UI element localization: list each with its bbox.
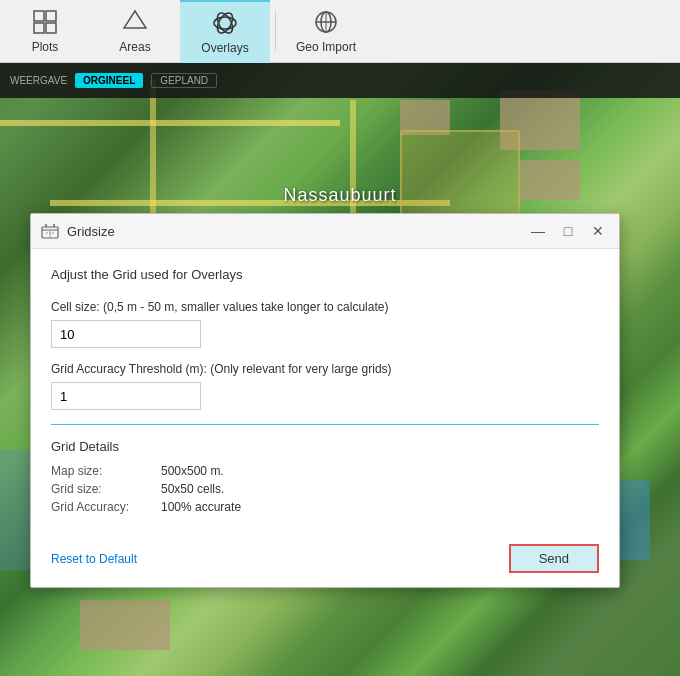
accuracy-input[interactable]	[51, 382, 201, 410]
accuracy-label: Grid Accuracy Threshold (m): (Only relev…	[51, 362, 599, 376]
dialog-title-icon	[41, 222, 59, 240]
grid-details-title: Grid Details	[51, 439, 599, 454]
grid-row-grid-size: Grid size: 50x50 cells.	[51, 482, 599, 496]
geo-import-icon	[312, 8, 340, 36]
cell-size-label: Cell size: (0,5 m - 50 m, smaller values…	[51, 300, 599, 314]
dialog-maximize-btn[interactable]: □	[557, 220, 579, 242]
accuracy-group: Grid Accuracy Threshold (m): (Only relev…	[51, 362, 599, 410]
map-size-label: Map size:	[51, 464, 161, 478]
send-button[interactable]: Send	[509, 544, 599, 573]
grid-accuracy-value: 100% accurate	[161, 500, 241, 514]
grid-size-label: Grid size:	[51, 482, 161, 496]
dialog-minimize-btn[interactable]: —	[527, 220, 549, 242]
areas-icon	[121, 8, 149, 36]
dialog-overlay: Gridsize — □ ✕ Adjust the Grid used for …	[0, 63, 680, 676]
cell-size-group: Cell size: (0,5 m - 50 m, smaller values…	[51, 300, 599, 348]
dialog-close-btn[interactable]: ✕	[587, 220, 609, 242]
dialog-title-left: Gridsize	[41, 222, 115, 240]
dialog-body: Adjust the Grid used for Overlays Cell s…	[31, 249, 619, 534]
dialog-divider	[51, 424, 599, 425]
plots-label: Plots	[32, 40, 59, 54]
grid-accuracy-label: Grid Accuracy:	[51, 500, 161, 514]
reset-to-default-link[interactable]: Reset to Default	[51, 552, 137, 566]
map-size-value: 500x500 m.	[161, 464, 224, 478]
grid-size-value: 50x50 cells.	[161, 482, 224, 496]
dialog-footer: Reset to Default Send	[31, 534, 619, 587]
svg-rect-1	[46, 11, 56, 21]
gridsize-dialog: Gridsize — □ ✕ Adjust the Grid used for …	[30, 213, 620, 588]
toolbar-item-geo-import[interactable]: Geo Import	[281, 0, 371, 63]
svg-point-7	[214, 10, 235, 35]
svg-marker-4	[124, 11, 146, 28]
cell-size-input[interactable]	[51, 320, 201, 348]
grid-row-map-size: Map size: 500x500 m.	[51, 464, 599, 478]
dialog-controls: — □ ✕	[527, 220, 609, 242]
toolbar-item-overlays[interactable]: Overlays	[180, 0, 270, 63]
dialog-subtitle: Adjust the Grid used for Overlays	[51, 267, 599, 282]
overlays-icon	[211, 9, 239, 37]
plots-icon	[31, 8, 59, 36]
svg-rect-0	[34, 11, 44, 21]
grid-row-accuracy: Grid Accuracy: 100% accurate	[51, 500, 599, 514]
dialog-title-text: Gridsize	[67, 224, 115, 239]
svg-rect-3	[46, 23, 56, 33]
dialog-titlebar: Gridsize — □ ✕	[31, 214, 619, 249]
grid-details-table: Map size: 500x500 m. Grid size: 50x50 ce…	[51, 464, 599, 514]
geo-import-label: Geo Import	[296, 40, 356, 54]
svg-rect-2	[34, 23, 44, 33]
toolbar: Plots Areas Overlays Geo Import	[0, 0, 680, 63]
toolbar-item-plots[interactable]: Plots	[0, 0, 90, 63]
overlays-label: Overlays	[201, 41, 248, 55]
areas-label: Areas	[119, 40, 150, 54]
toolbar-divider	[275, 11, 276, 51]
toolbar-item-areas[interactable]: Areas	[90, 0, 180, 63]
